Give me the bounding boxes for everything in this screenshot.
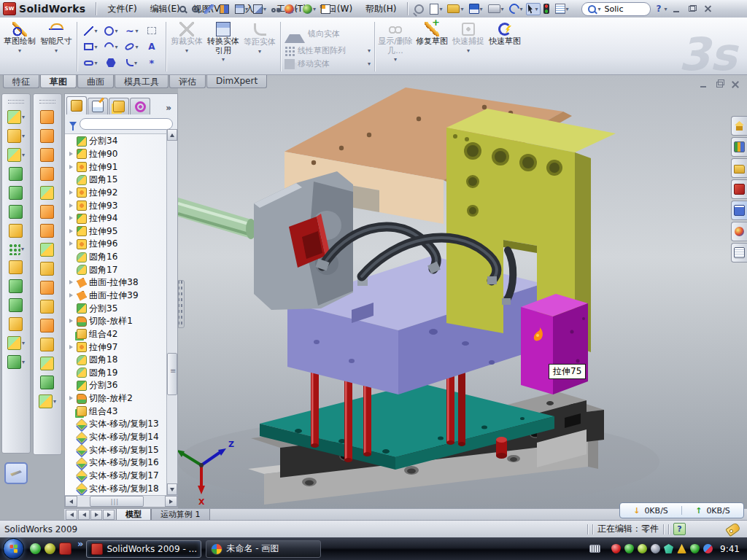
- dropdown-caret-icon[interactable]: ▾: [18, 47, 21, 54]
- dropdown-caret-icon[interactable]: ▾: [276, 6, 279, 12]
- tab-first-button[interactable]: [66, 510, 77, 520]
- tray-icon[interactable]: [589, 545, 600, 553]
- dropdown-caret-icon[interactable]: ▾: [368, 61, 371, 67]
- ribbon-button[interactable]: 剪裁实体 ▾: [169, 19, 205, 74]
- menu-item[interactable]: 帮助(H): [359, 1, 403, 18]
- scroll-right-button[interactable]: [165, 496, 177, 507]
- search-caret-icon[interactable]: ▾: [598, 6, 601, 12]
- expand-arrow-icon[interactable]: [68, 190, 74, 196]
- sketch-entity-button[interactable]: ▾: [122, 23, 142, 39]
- tree-item[interactable]: 圆角19: [65, 367, 177, 380]
- search-input[interactable]: [603, 4, 644, 15]
- ribbon-button[interactable]: 显示/删除几... ▾: [377, 19, 414, 74]
- toolbar-button[interactable]: [40, 224, 55, 238]
- dropdown-caret-icon[interactable]: ▾: [22, 359, 25, 365]
- hud-button[interactable]: ▾: [270, 5, 281, 13]
- tree-item[interactable]: 拉伸95: [65, 225, 177, 238]
- tab-last-button[interactable]: [103, 510, 115, 520]
- toolbar-button[interactable]: ▾: [7, 355, 25, 369]
- expand-arrow-icon[interactable]: [68, 331, 74, 338]
- toolbar-button[interactable]: [541, 2, 552, 15]
- panel-tab[interactable]: [109, 98, 129, 114]
- expand-arrow-icon[interactable]: [68, 228, 74, 235]
- doc-minimize-button[interactable]: [697, 79, 709, 89]
- toolbar-button[interactable]: ▾: [507, 2, 525, 15]
- toolbar-button[interactable]: [9, 279, 23, 293]
- hud-button[interactable]: ▾: [252, 4, 268, 15]
- toolbar-button[interactable]: [9, 260, 23, 274]
- ribbon-button[interactable]: 修复草图: [414, 19, 450, 74]
- task-pane-tab[interactable]: [731, 179, 747, 199]
- task-pane-tab[interactable]: [731, 222, 747, 241]
- ribbon-button[interactable]: 快速捕捉 ▾: [450, 19, 487, 74]
- hud-button[interactable]: ▾: [320, 4, 336, 15]
- model-canvas[interactable]: Y Z X: [178, 75, 747, 508]
- tray-icon[interactable]: [690, 544, 700, 553]
- sketch-entity-button[interactable]: ▾: [81, 23, 101, 39]
- toolbar-button[interactable]: [9, 317, 23, 331]
- close-button[interactable]: [702, 4, 715, 15]
- dropdown-caret-icon[interactable]: ▾: [22, 114, 25, 120]
- tree-item[interactable]: 拉伸91: [65, 160, 177, 174]
- expand-arrow-icon[interactable]: [68, 434, 74, 440]
- expand-arrow-icon[interactable]: [68, 215, 74, 222]
- dropdown-caret-icon[interactable]: ▾: [245, 6, 248, 12]
- toolbar-button[interactable]: [40, 376, 55, 389]
- toolbar-button[interactable]: [40, 338, 55, 351]
- ribbon-row-button[interactable]: 线性草图阵列 ▾: [285, 45, 371, 56]
- hud-button[interactable]: ▾: [301, 4, 317, 15]
- toolbar-button[interactable]: ▾: [7, 110, 25, 124]
- toolbar-button[interactable]: ▾: [7, 148, 25, 162]
- dropdown-caret-icon[interactable]: ▾: [94, 28, 97, 34]
- tree-item[interactable]: 拉伸94: [65, 212, 177, 225]
- search-box[interactable]: ▾: [581, 2, 651, 16]
- sketch-entity-button[interactable]: [142, 55, 162, 71]
- tree-item[interactable]: 拉伸96: [65, 238, 177, 251]
- sketch-entity-button[interactable]: ▾: [101, 39, 121, 55]
- dropdown-caret-icon[interactable]: ▾: [313, 6, 316, 12]
- quick-launch-icon[interactable]: [30, 543, 41, 554]
- tree-item[interactable]: 圆角18: [65, 354, 177, 367]
- tree-item[interactable]: 切除-放样2: [65, 392, 177, 405]
- panel-tab[interactable]: [88, 98, 108, 114]
- taskbar-button[interactable]: 未命名 - 画图: [206, 540, 321, 558]
- expand-arrow-icon[interactable]: [68, 279, 74, 286]
- expand-arrow-icon[interactable]: [68, 151, 74, 158]
- dropdown-caret-icon[interactable]: ▾: [135, 28, 138, 34]
- sketch-entity-button[interactable]: ▾: [81, 39, 101, 55]
- ribbon-tab[interactable]: 特征: [3, 75, 39, 88]
- dropdown-caret-icon[interactable]: ▾: [331, 6, 334, 12]
- toolbar-button[interactable]: ▾: [427, 2, 444, 16]
- tree-item[interactable]: 圆角15: [65, 174, 177, 187]
- restore-button[interactable]: [686, 4, 699, 15]
- dropdown-caret-icon[interactable]: ▾: [22, 340, 25, 346]
- minimize-button[interactable]: [670, 4, 683, 15]
- expand-arrow-icon[interactable]: [68, 382, 74, 389]
- toolbar-button[interactable]: [40, 281, 55, 295]
- expand-arrow-icon[interactable]: [68, 408, 74, 415]
- quick-launch-icon[interactable]: [44, 543, 55, 554]
- tray-icon[interactable]: [638, 544, 647, 553]
- measure-tool-button[interactable]: [4, 462, 28, 484]
- dropdown-caret-icon[interactable]: ▾: [94, 44, 97, 50]
- expand-arrow-icon[interactable]: [68, 486, 74, 492]
- document-tab[interactable]: 模型: [116, 509, 151, 521]
- scroll-down-button[interactable]: [167, 483, 177, 495]
- expand-arrow-icon[interactable]: [68, 164, 74, 171]
- dropdown-caret-icon[interactable]: ▾: [368, 47, 371, 54]
- toolbar-button[interactable]: [40, 129, 55, 143]
- tree-item[interactable]: 拉伸92: [65, 187, 177, 200]
- tree-item[interactable]: 圆角17: [65, 263, 177, 276]
- sketch-entity-button[interactable]: [142, 23, 162, 39]
- dropdown-caret-icon[interactable]: ▾: [394, 56, 397, 63]
- panel-tab[interactable]: [66, 96, 87, 114]
- dropdown-caret-icon[interactable]: ▾: [115, 44, 117, 50]
- tree-item[interactable]: 实体-移动/复制16: [65, 456, 177, 470]
- tree-item[interactable]: 圆角16: [65, 251, 177, 264]
- dropdown-caret-icon[interactable]: ▾: [115, 28, 117, 34]
- quick-launch-icon[interactable]: [59, 542, 71, 555]
- tree-item[interactable]: 拉伸93: [65, 199, 177, 212]
- scroll-up-button[interactable]: [167, 129, 177, 141]
- doc-close-button[interactable]: [729, 79, 741, 89]
- ribbon-tab[interactable]: DimXpert: [206, 75, 267, 88]
